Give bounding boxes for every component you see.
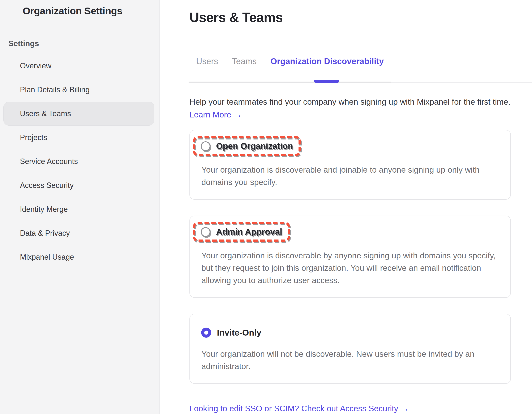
option-card-admin-approval: Admin Approval Your organization is disc… bbox=[190, 216, 511, 298]
sidebar-item-access-security[interactable]: Access Security bbox=[0, 173, 160, 197]
access-security-link[interactable]: Looking to edit SSO or SCIM? Check out A… bbox=[190, 404, 409, 413]
sidebar-title: Organization Settings bbox=[23, 5, 160, 17]
sidebar-item-overview[interactable]: Overview bbox=[0, 54, 160, 78]
arrow-right-icon: → bbox=[234, 110, 242, 119]
arrow-right-icon: → bbox=[401, 404, 409, 413]
option-description: Your organization is discoverable and jo… bbox=[201, 164, 500, 188]
sidebar-item-service-accounts[interactable]: Service Accounts bbox=[0, 150, 160, 173]
sidebar-item-data-privacy[interactable]: Data & Privacy bbox=[0, 221, 160, 245]
annotation-highlight-admin-approval: Admin Approval bbox=[193, 222, 290, 242]
learn-more-link[interactable]: Learn More → bbox=[190, 110, 242, 119]
intro-text: Help your teammates find your company wh… bbox=[190, 97, 532, 107]
page-title: Users & Teams bbox=[190, 10, 532, 25]
learn-more-label: Learn More bbox=[190, 110, 231, 119]
sidebar-section-label: Settings bbox=[8, 39, 160, 48]
option-title: Invite-Only bbox=[217, 328, 261, 338]
tab-organization-discoverability[interactable]: Organization Discoverability bbox=[270, 57, 384, 66]
tab-divider-line bbox=[189, 82, 391, 83]
option-card-open-organization: Open Organization Your organization is d… bbox=[190, 130, 511, 200]
radio-admin-approval[interactable] bbox=[201, 227, 210, 237]
discoverability-options: Open Organization Your organization is d… bbox=[190, 130, 511, 384]
option-title: Open Organization bbox=[216, 141, 293, 151]
option-card-invite-only: Invite-Only Your organization will not b… bbox=[190, 314, 511, 384]
radio-open-organization[interactable] bbox=[201, 141, 210, 151]
active-tab-indicator bbox=[314, 80, 339, 83]
radio-row-invite-only: Invite-Only bbox=[201, 328, 261, 338]
option-description: Your organization is discoverable by any… bbox=[201, 249, 500, 286]
sidebar-item-mixpanel-usage[interactable]: Mixpanel Usage bbox=[0, 245, 160, 269]
sidebar-item-projects[interactable]: Projects bbox=[0, 126, 160, 150]
sidebar: Organization Settings Settings Overview … bbox=[0, 0, 160, 414]
access-security-link-label: Looking to edit SSO or SCIM? Check out A… bbox=[190, 404, 398, 413]
sidebar-nav: Overview Plan Details & Billing Users & … bbox=[0, 54, 160, 269]
tab-bar: Users Teams Organization Discoverability bbox=[196, 57, 532, 66]
radio-invite-only[interactable] bbox=[201, 328, 211, 338]
annotation-highlight-open-organization: Open Organization bbox=[193, 136, 301, 156]
tab-divider-line-light bbox=[391, 82, 532, 83]
main-content: Users & Teams Users Teams Organization D… bbox=[160, 0, 532, 414]
option-description: Your organization will not be discoverab… bbox=[201, 348, 500, 372]
sidebar-item-plan-details-billing[interactable]: Plan Details & Billing bbox=[0, 78, 160, 102]
tab-divider bbox=[160, 81, 532, 83]
sidebar-item-identity-merge[interactable]: Identity Merge bbox=[0, 197, 160, 221]
sidebar-item-users-teams[interactable]: Users & Teams bbox=[3, 102, 154, 126]
tab-users[interactable]: Users bbox=[196, 57, 218, 66]
tab-teams[interactable]: Teams bbox=[232, 57, 256, 66]
option-title: Admin Approval bbox=[216, 227, 282, 237]
